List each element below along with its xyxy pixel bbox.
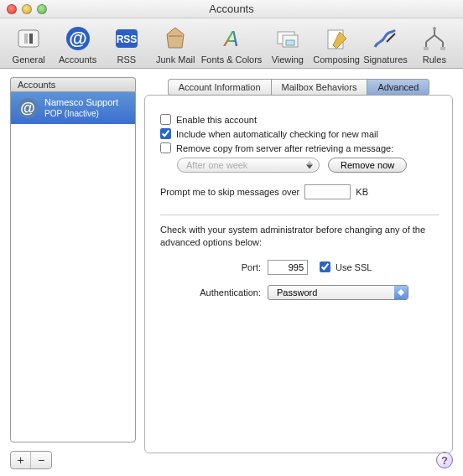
add-account-button[interactable]: + (11, 452, 31, 468)
prompt-row: Prompt me to skip messages over KB (160, 184, 439, 199)
toolbar-label: Junk Mail (156, 54, 195, 65)
auth-row: Authentication: Password (160, 285, 439, 300)
svg-point-12 (433, 27, 436, 30)
toolbar-viewing[interactable]: Viewing (264, 22, 311, 66)
toolbar-label: Rules (423, 54, 446, 65)
account-text: Namesco Support POP (Inactive) (44, 97, 118, 119)
toolbar-label: Accounts (59, 54, 96, 65)
toolbar-junk[interactable]: Junk Mail (152, 22, 199, 66)
tab-mailbox-behaviors[interactable]: Mailbox Behaviors (271, 79, 368, 96)
include-label: Include when automatically checking for … (176, 129, 378, 139)
auth-select-wrap: Password (268, 285, 408, 300)
remove-copy-label: Remove copy from server after retrieving… (176, 143, 393, 153)
svg-rect-0 (18, 30, 39, 47)
remove-options-row: After one week Remove now (177, 157, 439, 173)
toolbar-label: Viewing (272, 54, 304, 65)
prompt-label-post: KB (356, 187, 368, 197)
stepper-icon (394, 286, 408, 299)
ssl-checkbox[interactable] (320, 261, 330, 272)
prompt-label-pre: Prompt me to skip messages over (160, 187, 299, 197)
svg-rect-14 (440, 47, 445, 50)
enable-account-checkbox[interactable] (160, 114, 171, 125)
tab-advanced[interactable]: Advanced (367, 79, 429, 96)
toolbar-general[interactable]: General (5, 22, 52, 66)
toolbar-rules[interactable]: Rules (411, 22, 458, 66)
switch-icon (11, 23, 46, 54)
svg-text:A: A (222, 26, 238, 51)
junk-icon (158, 23, 193, 54)
remove-after-select[interactable]: After one week (177, 158, 320, 173)
toolbar-label: RSS (117, 54, 137, 65)
account-name: Namesco Support (44, 97, 118, 109)
account-row[interactable]: @ Namesco Support POP (Inactive) (11, 92, 135, 124)
ssl-label: Use SSL (336, 262, 372, 272)
toolbar-signatures[interactable]: Signatures (362, 22, 408, 66)
help-button[interactable]: ? (436, 452, 453, 468)
ssl-row[interactable]: Use SSL (320, 261, 372, 272)
toolbar-label: Signatures (363, 54, 408, 65)
compose-icon (319, 23, 354, 54)
svg-text:@: @ (20, 100, 35, 116)
include-check-row[interactable]: Include when automatically checking for … (160, 128, 439, 139)
titlebar: Accounts (0, 0, 463, 18)
content-panel: Account Information Mailbox Behaviors Ad… (144, 77, 453, 442)
svg-rect-10 (286, 40, 294, 45)
viewing-icon (270, 23, 305, 54)
at-icon: @ (60, 23, 96, 54)
rules-icon (417, 23, 452, 54)
fonts-icon: A (214, 23, 249, 54)
svg-text:@: @ (69, 28, 86, 49)
accounts-list[interactable]: @ Namesco Support POP (Inactive) (10, 91, 136, 442)
auth-select[interactable]: Password (268, 285, 408, 300)
at-icon: @ (16, 96, 39, 120)
admin-note: Check with your system administrator bef… (160, 224, 439, 250)
toolbar-composing[interactable]: Composing (313, 22, 360, 66)
port-input[interactable] (268, 260, 308, 275)
signature-icon (367, 23, 403, 54)
rss-icon: RSS (109, 23, 144, 54)
enable-account-row[interactable]: Enable this account (160, 114, 439, 125)
svg-text:RSS: RSS (117, 34, 138, 45)
include-checkbox[interactable] (160, 128, 171, 139)
toolbar-label: Composing (313, 54, 360, 65)
enable-account-label: Enable this account (176, 115, 257, 125)
port-label: Port: (160, 262, 261, 272)
svg-rect-2 (29, 34, 33, 44)
main-area: Accounts @ Namesco Support POP (Inactive… (0, 69, 463, 448)
remove-account-button[interactable]: − (31, 452, 51, 468)
tab-bar: Account Information Mailbox Behaviors Ad… (144, 79, 453, 96)
window-title: Accounts (0, 3, 463, 15)
remove-copy-checkbox[interactable] (160, 142, 171, 153)
account-sub: POP (Inactive) (44, 109, 118, 120)
tab-account-information[interactable]: Account Information (168, 79, 271, 96)
auth-label: Authentication: (160, 287, 261, 298)
advanced-panel: Enable this account Include when automat… (144, 95, 453, 453)
svg-rect-1 (24, 34, 28, 44)
remove-now-button[interactable]: Remove now (328, 158, 407, 173)
sidebar-header: Accounts (10, 77, 136, 91)
toolbar-label: Fonts & Colors (201, 54, 263, 65)
preferences-toolbar: General @ Accounts RSS RSS Junk Mail A F… (0, 18, 463, 69)
toolbar-fonts[interactable]: A Fonts & Colors (200, 22, 262, 66)
toolbar-label: General (13, 54, 45, 65)
divider (160, 215, 439, 215)
svg-rect-13 (424, 47, 429, 50)
port-row: Port: Use SSL (160, 260, 439, 275)
add-remove-control: + − (10, 451, 52, 469)
prompt-kb-input[interactable] (304, 184, 351, 199)
toolbar-rss[interactable]: RSS RSS (103, 22, 150, 66)
remove-after-select-wrap: After one week (177, 157, 320, 173)
remove-copy-row[interactable]: Remove copy from server after retrieving… (160, 142, 439, 153)
accounts-sidebar: Accounts @ Namesco Support POP (Inactive… (10, 77, 136, 442)
toolbar-accounts[interactable]: @ Accounts (54, 22, 101, 66)
